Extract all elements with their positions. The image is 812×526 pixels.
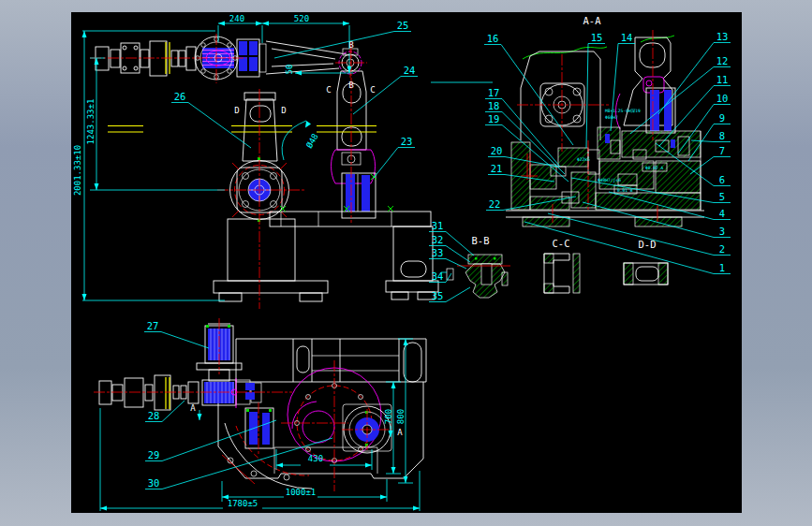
- balloon-number: 18: [488, 100, 500, 111]
- dimension-text: 800: [396, 409, 406, 424]
- view-title: B-B: [472, 235, 490, 246]
- balloon-number: 33: [432, 247, 444, 258]
- balloon-number: 4: [719, 208, 725, 219]
- annotation-note: Φ60H7: [605, 115, 618, 120]
- annotation-note: Φ22k6: [577, 157, 590, 162]
- section-letter: A: [397, 428, 403, 437]
- balloon-number: 21: [491, 163, 503, 174]
- balloon-number: 13: [716, 31, 729, 42]
- section-letter: D: [281, 106, 286, 115]
- dimension-text: 700: [384, 409, 393, 424]
- balloon-number: 12: [716, 55, 729, 66]
- dimension-text: 1780±5: [228, 499, 258, 508]
- section-letter: B: [348, 80, 353, 90]
- dimension-text: 1243.33±1: [86, 99, 96, 145]
- balloon-number: 1: [719, 262, 725, 273]
- balloon-number: 31: [432, 220, 444, 231]
- section-letter: D: [234, 106, 239, 115]
- dimension-text: 50: [285, 65, 294, 75]
- balloon-number: 25: [397, 20, 409, 31]
- balloon-number: 6: [719, 174, 725, 185]
- balloon-number: 22: [489, 198, 501, 210]
- balloon-number: 19: [488, 113, 500, 124]
- balloon-number: 17: [488, 87, 500, 98]
- balloon-number: 27: [147, 320, 159, 331]
- view-title: A-A: [583, 15, 602, 26]
- annotation-note: M8×1.25-6H深19: [605, 109, 641, 113]
- balloon-number: 29: [148, 449, 160, 460]
- dimension-text: 1000±1: [286, 488, 317, 497]
- view-title: C-C: [553, 238, 570, 249]
- drawing-canvas: [71, 12, 742, 513]
- balloon-number: 24: [404, 65, 416, 76]
- balloon-number: 16: [487, 33, 499, 44]
- dimension-text: 430: [308, 454, 323, 463]
- balloon-number: 3: [719, 226, 725, 237]
- balloon-number: 9: [719, 112, 725, 124]
- view-title: D-D: [639, 239, 657, 250]
- balloon-number: 5: [719, 191, 725, 202]
- annotation-note: Φ0.02 A: [645, 166, 664, 170]
- dimension-text: 240: [229, 14, 244, 23]
- balloon-number: 28: [148, 410, 160, 421]
- dimension-text: 2001.33±10: [73, 145, 82, 196]
- section-letter: A: [190, 403, 196, 413]
- balloon-number: 11: [716, 74, 729, 85]
- balloon-number: 30: [148, 477, 160, 489]
- balloon-number: 35: [432, 290, 444, 301]
- section-letter: C: [370, 85, 375, 95]
- section-letter: C: [326, 85, 331, 95]
- annotation-note: 0.01 B: [617, 188, 633, 193]
- annotation-note: Φ40H7/js6: [598, 178, 621, 183]
- balloon-number: 34: [432, 270, 444, 282]
- balloon-number: 10: [716, 93, 729, 104]
- balloon-number: 8: [719, 130, 725, 141]
- balloon-number: 26: [174, 91, 186, 102]
- balloon-number: 2: [719, 243, 725, 255]
- balloon-number: 20: [491, 145, 503, 156]
- cad-viewport: A-AB-BC-CD-D BBCCDDAA 2405201243.33±1200…: [0, 0, 812, 526]
- balloon-number: 32: [432, 234, 444, 245]
- balloon-number: 7: [719, 145, 725, 156]
- balloon-number: 23: [401, 136, 413, 147]
- dimension-text: 520: [294, 14, 309, 23]
- cad-drawing: A-AB-BC-CD-D BBCCDDAA 2405201243.33±1200…: [0, 0, 812, 526]
- balloon-number: 15: [591, 32, 603, 43]
- balloon-number: 14: [621, 32, 633, 43]
